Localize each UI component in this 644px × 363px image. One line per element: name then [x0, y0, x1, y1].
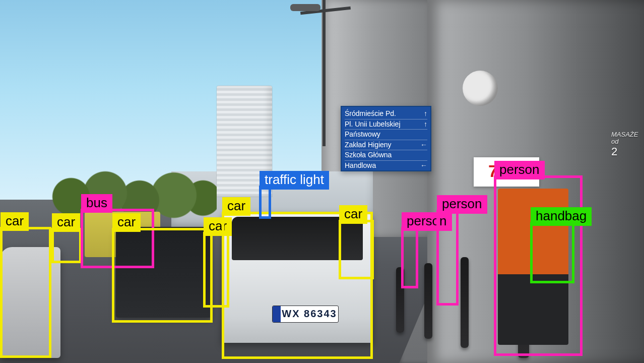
plate-text: WX 86343 [282, 308, 337, 319]
car-dark [116, 227, 212, 318]
streetlamp-pole [323, 0, 326, 146]
scene: Śródmieście Pd.↑Pl. Unii Lubelskiej↑Pańs… [0, 0, 644, 363]
sign-line: Szkoła Główna [345, 150, 427, 161]
sign-line: Śródmieście Pd.↑ [345, 109, 427, 119]
sign-arrow-icon: ↑ [424, 120, 427, 129]
bollard [461, 257, 469, 348]
sign-line: Pl. Unii Lubelskiej↑ [345, 119, 427, 130]
eu-strip [273, 306, 281, 322]
sign-arrow-icon: ↑ [424, 109, 427, 118]
store-hours-sign: 7-23 [474, 157, 539, 187]
building-address: MASAŻE od 2 [611, 131, 641, 158]
tower [217, 86, 272, 197]
sign-line: Zakład Higieny← [345, 140, 427, 151]
sign-line: Państwowy [345, 130, 427, 140]
address-label: MASAŻE [611, 131, 641, 138]
sign-arrow-icon: ← [420, 141, 427, 150]
license-plate: WX 86343 [272, 306, 339, 323]
address-sub: od [611, 138, 641, 145]
address-num: 2 [611, 145, 617, 158]
pedestrian-foreground [498, 189, 568, 345]
sign-arrow-icon: ← [420, 161, 427, 170]
bollard [396, 267, 404, 333]
streetlamp-head [290, 4, 320, 11]
bollard [424, 263, 432, 339]
car-white [222, 212, 373, 343]
direction-sign: Śródmieście Pd.↑Pl. Unii Lubelskiej↑Pańs… [341, 106, 431, 171]
car-left [0, 247, 60, 358]
sign-line: Handlowa← [345, 161, 427, 171]
